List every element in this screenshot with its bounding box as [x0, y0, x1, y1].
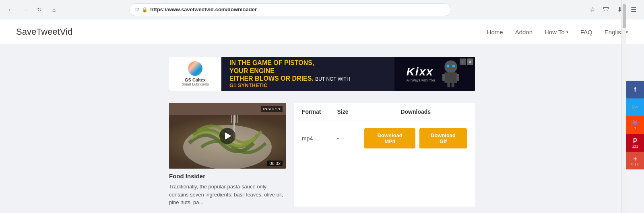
- social-plus-button[interactable]: + 6 1K: [626, 152, 644, 169]
- reload-button[interactable]: ↻: [34, 4, 45, 15]
- video-thumbnail: INSIDER 00:02: [169, 103, 286, 169]
- ad-brand-name: GS Caltex: [185, 77, 206, 82]
- pinterest-icon: P: [633, 138, 638, 145]
- svg-rect-3: [445, 73, 458, 83]
- reddit-icon: 👾: [631, 119, 639, 127]
- social-facebook-button[interactable]: f: [626, 81, 644, 98]
- download-buttons: Download MP4 Download Gif: [364, 128, 467, 148]
- plus-icon: +: [633, 155, 637, 163]
- col-downloads: Downloads: [356, 103, 475, 121]
- svg-rect-11: [235, 115, 236, 123]
- ad-product: G1 SYNTHETIC: [229, 82, 386, 89]
- play-triangle-icon: [225, 132, 231, 140]
- svg-rect-12: [237, 115, 238, 123]
- ad-headline-line1: IN THE GAME OF PISTONS,: [229, 59, 386, 67]
- gs-caltex-logo-circle: [188, 61, 202, 76]
- download-buttons-cell: Download MP4 Download Gif: [356, 121, 475, 156]
- svg-point-0: [445, 61, 458, 73]
- social-sidebar: f 🐦 👾 7 P 121 + 6 1K: [626, 81, 644, 169]
- url-suffix: .com/downloader: [214, 6, 257, 13]
- home-button[interactable]: ⌂: [48, 4, 60, 15]
- download-mp4-button[interactable]: Download MP4: [364, 128, 415, 148]
- main-content: GS Caltex Smart Lubricants IN THE GAME O…: [0, 45, 644, 213]
- social-twitter-button[interactable]: 🐦: [626, 98, 644, 116]
- reddit-count: 7: [634, 127, 636, 131]
- scrollbar-thumb[interactable]: [623, 4, 626, 28]
- back-button[interactable]: ←: [5, 4, 16, 15]
- site-header: SaveTweetVid Home Addon How To ▾ FAQ Eng…: [0, 19, 644, 45]
- video-section: INSIDER 00:02 Food Insider Traditionally…: [169, 103, 475, 207]
- ad-brand-sub: Smart Lubricants: [182, 82, 209, 86]
- download-table-container: Format Size Downloads mp4 - Download MP4: [294, 103, 475, 207]
- howto-chevron-icon: ▾: [566, 30, 568, 34]
- pinterest-count: 121: [632, 145, 638, 148]
- svg-point-2: [452, 65, 455, 67]
- ad-brand-logo: GS Caltex Smart Lubricants: [169, 57, 221, 91]
- scrollbar[interactable]: [621, 0, 626, 213]
- shield-action-button[interactable]: 🛡: [601, 4, 612, 15]
- col-size: Size: [329, 103, 356, 121]
- social-pinterest-button[interactable]: P 121: [626, 134, 644, 152]
- url-bold: savetweetvid: [181, 6, 214, 13]
- ad-banner: GS Caltex Smart Lubricants IN THE GAME O…: [169, 57, 475, 91]
- col-format: Format: [294, 103, 329, 121]
- svg-rect-6: [448, 83, 450, 88]
- page-content: SaveTweetVid Home Addon How To ▾ FAQ Eng…: [0, 19, 644, 213]
- kixx-tagline: All Ways with You: [407, 78, 435, 82]
- svg-rect-4: [442, 74, 445, 81]
- nav-howto[interactable]: How To ▾: [545, 29, 568, 36]
- video-description: Traditionally, the popular pasta sauce o…: [169, 183, 286, 207]
- ad-info-button[interactable]: i: [460, 58, 466, 65]
- nav-home[interactable]: Home: [487, 29, 503, 36]
- svg-rect-10: [231, 115, 232, 123]
- svg-rect-5: [456, 74, 459, 81]
- browser-chrome: ← → ↻ ⌂ 🛡 🔒 https://www.savetweetvid.com…: [0, 0, 644, 19]
- site-logo[interactable]: SaveTweetVid: [16, 27, 72, 37]
- forward-button[interactable]: →: [19, 4, 31, 15]
- format-cell: mp4: [294, 121, 329, 156]
- menu-button[interactable]: ☰: [628, 4, 639, 15]
- browser-actions: ☆ 🛡 ⬇ ☰: [587, 4, 639, 15]
- url-prefix: https://www.: [150, 6, 181, 13]
- kixx-logo: Kixx: [407, 65, 435, 78]
- download-gif-button[interactable]: Download Gif: [419, 128, 467, 148]
- svg-point-1: [447, 65, 450, 67]
- ad-headline-line3: EITHER BLOWS OR DRIES. But not with: [229, 75, 386, 82]
- url-display: https://www.savetweetvid.com/downloader: [150, 6, 446, 13]
- lock-icon: 🔒: [142, 7, 148, 13]
- video-duration: 00:02: [267, 161, 283, 166]
- facebook-icon: f: [634, 86, 636, 93]
- nav-faq[interactable]: FAQ: [580, 29, 592, 36]
- table-row: mp4 - Download MP4 Download Gif: [294, 121, 475, 156]
- nav-addon[interactable]: Addon: [515, 29, 533, 36]
- size-cell: -: [329, 121, 356, 156]
- site-nav: Home Addon How To ▾ FAQ English ▾: [487, 29, 628, 36]
- plus-count: 6 1K: [632, 163, 639, 166]
- ad-middle: IN THE GAME OF PISTONS, YOUR ENGINE EITH…: [221, 57, 394, 91]
- bookmark-button[interactable]: ☆: [587, 4, 598, 15]
- shield-icon: 🛡: [134, 7, 139, 13]
- download-table: Format Size Downloads mp4 - Download MP4: [294, 103, 475, 156]
- browser-nav-buttons: ← → ↻ ⌂: [5, 4, 60, 15]
- svg-rect-7: [452, 83, 454, 88]
- ad-headline-line2: YOUR ENGINE: [229, 67, 386, 75]
- video-thumb-container: INSIDER 00:02 Food Insider Traditionally…: [169, 103, 286, 207]
- insider-badge: INSIDER: [261, 106, 283, 112]
- ad-close-button[interactable]: ✕: [467, 58, 473, 65]
- play-button[interactable]: [219, 128, 235, 144]
- social-reddit-button[interactable]: 👾 7: [626, 116, 644, 134]
- ad-headline: IN THE GAME OF PISTONS, YOUR ENGINE EITH…: [229, 59, 386, 88]
- address-bar[interactable]: 🛡 🔒 https://www.savetweetvid.com/downloa…: [129, 3, 451, 16]
- twitter-icon: 🐦: [631, 104, 639, 111]
- video-title: Food Insider: [169, 173, 286, 180]
